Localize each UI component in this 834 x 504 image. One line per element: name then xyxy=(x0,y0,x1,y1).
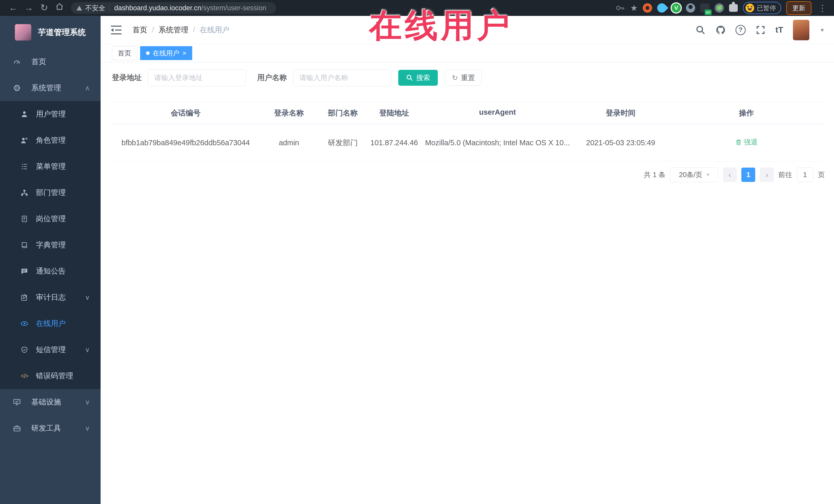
sidebar-item-error-code[interactable]: </> 错误码管理 xyxy=(0,363,101,389)
breadcrumb-current: 在线用户 xyxy=(200,25,229,35)
collapse-sidebar-icon[interactable] xyxy=(111,26,122,35)
sidebar-item-menu-management[interactable]: 菜单管理 xyxy=(0,153,101,180)
address-bar[interactable]: 不安全 dashboard.yudao.iocoder.cn/system/us… xyxy=(71,2,276,14)
tab-home[interactable]: 首页 xyxy=(112,46,137,60)
cell-session-id: bfbb1ab79ba849e49fb26ddb56a73044 xyxy=(112,133,259,152)
list-icon xyxy=(20,162,29,171)
divider xyxy=(109,4,110,12)
avatar-caret-icon[interactable]: ▾ xyxy=(821,26,824,34)
extension-grid-icon[interactable]: an xyxy=(700,3,709,13)
prev-page-button[interactable]: ‹ xyxy=(723,168,737,182)
browser-update-button[interactable]: 更新 xyxy=(786,1,811,15)
browser-menu-icon[interactable]: ⋮ xyxy=(816,3,828,13)
tab-online-users[interactable]: 在线用户 × xyxy=(140,46,192,60)
username-input[interactable] xyxy=(293,69,391,86)
extension-green-icon[interactable]: V xyxy=(672,3,681,13)
font-size-icon[interactable]: tT xyxy=(775,25,783,35)
warning-icon xyxy=(76,6,82,10)
goto-page-input[interactable] xyxy=(797,168,813,182)
sidebar-item-audit-log[interactable]: 审计日志 ∨ xyxy=(0,284,101,310)
breadcrumb-home[interactable]: 首页 xyxy=(132,25,147,35)
extension-person-icon[interactable] xyxy=(686,3,695,13)
col-login-time: 登录时间 xyxy=(574,103,667,124)
app-logo-row[interactable]: 芋道管理系统 xyxy=(0,16,101,49)
goto-label: 前往 xyxy=(778,170,792,179)
cell-user-agent: Mozilla/5.0 (Macintosh; Intel Mac OS X 1… xyxy=(421,133,574,152)
chevron-down-icon: ∨ xyxy=(85,424,90,432)
forward-icon[interactable]: → xyxy=(21,2,37,14)
sidebar: 芋道管理系统 首页 ⚙ 系统管理 ∧ 用户管理 角色管理 菜单管理 xyxy=(0,16,101,504)
col-login-address: 登陆地址 xyxy=(367,103,421,124)
app-logo xyxy=(15,24,31,41)
sidebar-item-role-management[interactable]: 角色管理 xyxy=(0,127,101,153)
chevron-down-icon: ∨ xyxy=(85,293,90,302)
sidebar-item-home[interactable]: 首页 xyxy=(0,49,101,75)
github-icon[interactable] xyxy=(716,25,726,35)
avatar[interactable] xyxy=(793,20,809,40)
gear-icon: ⚙ xyxy=(12,83,22,93)
chevron-down-icon: ∨ xyxy=(85,398,90,406)
bookmark-star-icon[interactable]: ★ xyxy=(630,3,638,13)
url-domain: dashboard.yudao.iocoder.cn xyxy=(114,4,201,12)
audit-log-icon xyxy=(20,293,29,302)
sidebar-item-post-management[interactable]: 岗位管理 xyxy=(0,206,101,232)
reload-icon[interactable]: ↻ xyxy=(37,2,52,14)
announcement-icon xyxy=(20,267,29,276)
extension-badge: an xyxy=(705,9,711,15)
current-page-button[interactable]: 1 xyxy=(741,168,755,182)
app-title: 芋道管理系统 xyxy=(38,27,86,38)
col-actions: 操作 xyxy=(667,103,825,124)
page-unit-label: 页 xyxy=(818,170,825,179)
cell-login-address: 101.87.244.46 xyxy=(367,133,421,152)
sidebar-item-infrastructure[interactable]: 基础设施 ∨ xyxy=(0,389,101,415)
dictionary-icon xyxy=(20,241,29,249)
reset-icon: ↻ xyxy=(452,74,458,82)
sidebar-item-notice[interactable]: 通知公告 xyxy=(0,258,101,284)
tab-active-dot xyxy=(146,51,150,55)
page-size-select[interactable]: 20条/页 ▾ xyxy=(670,167,718,182)
sidebar-item-online-users[interactable]: 在线用户 xyxy=(0,310,101,337)
dashboard-icon xyxy=(12,57,22,66)
extensions-puzzle-icon[interactable] xyxy=(729,4,738,12)
sessions-table: 会话编号 登录名称 部门名称 登陆地址 userAgent 登录时间 操作 bf… xyxy=(112,102,825,161)
security-label[interactable]: 不安全 xyxy=(85,4,105,13)
back-icon[interactable]: ← xyxy=(6,2,21,14)
login-address-input[interactable] xyxy=(148,69,246,86)
sidebar-item-dict-management[interactable]: 字典管理 xyxy=(0,232,101,258)
total-count: 共 1 条 xyxy=(644,170,665,179)
sidebar-item-user-management[interactable]: 用户管理 xyxy=(0,101,101,127)
sidebar-item-dev-tools[interactable]: 研发工具 ∨ xyxy=(0,415,101,441)
home-icon[interactable] xyxy=(52,2,67,14)
breadcrumb-system[interactable]: 系统管理 xyxy=(159,25,188,35)
search-icon[interactable] xyxy=(696,25,706,35)
emoji-face-icon xyxy=(745,4,754,12)
extension-drop-icon[interactable] xyxy=(655,2,668,15)
force-logout-button[interactable]: 强退 xyxy=(735,137,758,148)
next-page-button[interactable]: › xyxy=(760,168,774,182)
col-user-agent: userAgent xyxy=(421,103,574,124)
key-icon[interactable] xyxy=(615,3,625,13)
help-icon[interactable]: ? xyxy=(736,25,746,35)
col-dept-name: 部门名称 xyxy=(319,103,367,124)
filter-bar: 登录地址 用户名称 搜索 ↻ 重置 xyxy=(112,69,482,86)
search-button[interactable]: 搜索 xyxy=(398,70,438,86)
reset-button[interactable]: ↻ 重置 xyxy=(445,70,482,86)
sidebar-item-dept-management[interactable]: 部门管理 xyxy=(0,180,101,206)
sidebar-item-system-management[interactable]: ⚙ 系统管理 ∧ xyxy=(0,75,101,101)
extension-orange-icon[interactable] xyxy=(643,3,652,13)
chevron-down-icon: ∨ xyxy=(85,346,90,354)
shield-check-icon xyxy=(20,345,29,354)
user-icon xyxy=(20,110,29,118)
toolbox-icon xyxy=(12,424,22,433)
close-icon[interactable]: × xyxy=(182,50,186,57)
sidebar-item-sms-management[interactable]: 短信管理 ∨ xyxy=(0,337,101,363)
fullscreen-icon[interactable] xyxy=(755,25,766,35)
code-icon: </> xyxy=(20,372,29,380)
breadcrumb: 首页 / 系统管理 / 在线用户 xyxy=(132,25,229,35)
paused-extension-badge[interactable]: 已暂停 xyxy=(743,2,781,14)
roles-icon xyxy=(20,136,29,145)
col-login-name: 登录名称 xyxy=(259,103,319,124)
extension-leaf-icon[interactable] xyxy=(715,3,724,13)
col-session-id: 会话编号 xyxy=(112,103,259,124)
chevron-down-icon: ▾ xyxy=(706,171,709,178)
